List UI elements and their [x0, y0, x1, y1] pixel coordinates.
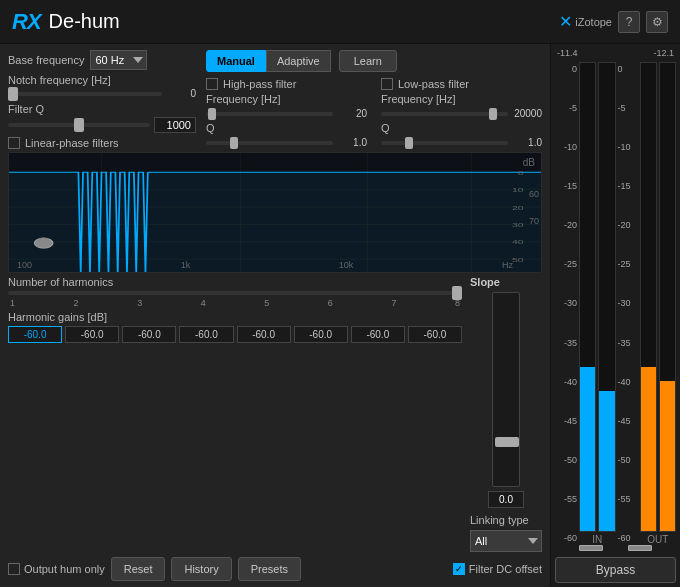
gain-2[interactable]: -60.0 — [122, 326, 176, 343]
harmonics-numbers: 1 2 3 4 5 6 7 8 — [8, 298, 462, 308]
out-left-bar — [640, 62, 657, 532]
gain-5[interactable]: -60.0 — [294, 326, 348, 343]
in-left-fill — [580, 367, 595, 531]
slope-value[interactable]: 0.0 — [488, 491, 524, 508]
rscale-40: -40 — [618, 377, 638, 387]
linking-select[interactable]: All None Custom — [470, 530, 542, 552]
izotope-logo: ✕ iZotope — [559, 12, 612, 31]
lp-freq-value: 20000 — [512, 108, 542, 119]
db-label: dB — [523, 157, 535, 168]
main-body: Base frequency 60 Hz 50 Hz 120 Hz Notch … — [0, 44, 680, 587]
lp-freq-label: Frequency [Hz] — [381, 93, 456, 105]
rscale-60: -60 — [618, 533, 638, 543]
lp-q-slider[interactable] — [381, 141, 508, 145]
harmonics-section: Number of harmonics 1 2 3 4 5 6 7 8 H — [8, 276, 462, 343]
hp-filter-section: High-pass filter Frequency [Hz] 20 Q — [206, 78, 367, 148]
hp-q-slider[interactable] — [206, 141, 333, 145]
gain-7[interactable]: -60.0 — [408, 326, 462, 343]
rscale-55: -55 — [618, 494, 638, 504]
filter-q-row: Filter Q 1000 — [8, 103, 196, 133]
history-button[interactable]: History — [171, 557, 231, 581]
lp-freq-slider[interactable] — [381, 112, 508, 116]
lp-q-value: 1.0 — [512, 137, 542, 148]
scale-25: -25 — [557, 259, 577, 269]
in-left-bar — [579, 62, 596, 532]
scale-0: 0 — [557, 64, 577, 74]
out-level-slider[interactable] — [628, 545, 652, 551]
svg-point-18 — [34, 238, 53, 248]
gain-3[interactable]: -60.0 — [179, 326, 233, 343]
help-button[interactable]: ? — [618, 11, 640, 33]
notch-freq-label: Notch frequency [Hz] — [8, 74, 111, 86]
out-right-bar — [659, 62, 676, 532]
bypass-button[interactable]: Bypass — [555, 557, 676, 583]
learn-button[interactable]: Learn — [339, 50, 397, 72]
harm-5: 5 — [264, 298, 269, 308]
output-hum-row: Output hum only — [8, 563, 105, 575]
notch-freq-slider[interactable] — [8, 92, 162, 96]
hp-filter-checkbox[interactable] — [206, 78, 218, 90]
reset-button[interactable]: Reset — [111, 557, 166, 581]
adaptive-button[interactable]: Adaptive — [266, 50, 331, 72]
izotope-label: iZotope — [575, 16, 612, 28]
gain-0[interactable]: -60.0 — [8, 326, 62, 343]
hp-freq-slider[interactable] — [206, 112, 333, 116]
linear-phase-checkbox[interactable] — [8, 137, 20, 149]
in-meter-group: IN — [579, 62, 616, 545]
action-buttons-row: Output hum only Reset History Presets ✓ … — [8, 557, 542, 581]
notch-freq-row: Notch frequency [Hz] 0 — [8, 74, 196, 99]
slope-slider-thumb[interactable] — [495, 437, 519, 447]
harm-4: 4 — [201, 298, 206, 308]
scale-45: -45 — [557, 416, 577, 426]
out-meter-bars — [640, 62, 677, 532]
rscale-50: -50 — [618, 455, 638, 465]
header-left: RX De-hum — [12, 9, 120, 35]
gain-6[interactable]: -60.0 — [351, 326, 405, 343]
base-freq-select[interactable]: 60 Hz 50 Hz 120 Hz — [90, 50, 147, 70]
rscale-25: -25 — [618, 259, 638, 269]
gains-label: Harmonic gains [dB] — [8, 311, 462, 323]
lp-q-label: Q — [381, 122, 390, 134]
filter-q-label: Filter Q — [8, 103, 44, 115]
left-content: Base frequency 60 Hz 50 Hz 120 Hz Notch … — [0, 44, 550, 587]
slope-linking-col: Slope 0.0 Linking type All None Custom — [470, 276, 542, 552]
filter-dc-checkbox[interactable]: ✓ — [453, 563, 465, 575]
freq-10k: 10k — [339, 260, 354, 270]
hz-labels: 100 1k 10k Hz — [9, 260, 521, 270]
scale-40: -40 — [557, 377, 577, 387]
filter-q-slider[interactable] — [8, 123, 150, 127]
svg-text:40: 40 — [512, 239, 524, 246]
in-label: IN — [592, 534, 602, 545]
harmonics-slider[interactable] — [8, 291, 462, 295]
in-level-slider[interactable] — [579, 545, 603, 551]
header-right: ✕ iZotope ? ⚙ — [559, 11, 668, 33]
vu-body: 0 -5 -10 -15 -20 -25 -30 -35 -40 -45 -50… — [555, 62, 676, 545]
in-right-bar — [598, 62, 615, 532]
izotope-x-icon: ✕ — [559, 12, 572, 31]
lp-filter-checkbox[interactable] — [381, 78, 393, 90]
manual-button[interactable]: Manual — [206, 50, 266, 72]
output-hum-checkbox[interactable] — [8, 563, 20, 575]
scale-10: -10 — [557, 142, 577, 152]
linking-label: Linking type — [470, 514, 529, 526]
gain-4[interactable]: -60.0 — [237, 326, 291, 343]
freq-1k: 1k — [181, 260, 191, 270]
presets-button[interactable]: Presets — [238, 557, 301, 581]
scale-5: -5 — [557, 103, 577, 113]
out-left-fill — [641, 367, 656, 531]
filter-q-value-box[interactable]: 1000 — [154, 117, 196, 133]
settings-button[interactable]: ⚙ — [646, 11, 668, 33]
in-right-fill — [599, 391, 614, 531]
scale-60: -60 — [557, 533, 577, 543]
freq-100: 100 — [17, 260, 32, 270]
rscale-5: -5 — [618, 103, 638, 113]
notch-freq-value: 0 — [166, 88, 196, 99]
hp-q-label: Q — [206, 122, 215, 134]
hp-freq-label: Frequency [Hz] — [206, 93, 281, 105]
hp-freq-value: 20 — [337, 108, 367, 119]
in-meter-bars — [579, 62, 616, 532]
filter-dc-row: ✓ Filter DC offset — [453, 563, 542, 575]
lp-filter-section: Low-pass filter Frequency [Hz] 20000 Q — [381, 78, 542, 148]
linear-phase-label: Linear-phase filters — [25, 137, 119, 149]
gain-1[interactable]: -60.0 — [65, 326, 119, 343]
